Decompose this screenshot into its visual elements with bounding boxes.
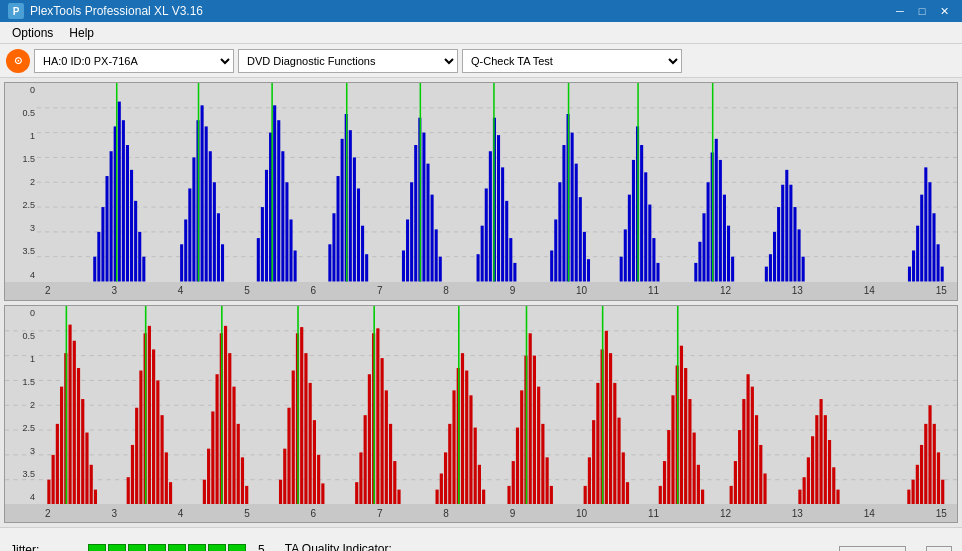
svg-rect-137 bbox=[52, 454, 55, 504]
svg-rect-7 bbox=[93, 257, 96, 282]
svg-rect-163 bbox=[211, 411, 214, 504]
svg-rect-171 bbox=[245, 485, 248, 504]
svg-rect-151 bbox=[135, 407, 138, 504]
svg-rect-215 bbox=[529, 333, 532, 504]
window-controls: ─ □ ✕ bbox=[890, 3, 954, 19]
jitter-seg-4 bbox=[148, 544, 166, 552]
svg-rect-258 bbox=[811, 436, 814, 504]
top-x-labels: 23456789101112131415 bbox=[45, 285, 947, 296]
svg-rect-47 bbox=[341, 139, 344, 282]
jitter-bar bbox=[88, 544, 246, 552]
menu-options[interactable]: Options bbox=[4, 24, 61, 42]
svg-rect-192 bbox=[385, 390, 388, 504]
svg-rect-224 bbox=[592, 420, 595, 504]
svg-rect-149 bbox=[127, 477, 130, 504]
svg-rect-190 bbox=[376, 328, 379, 504]
svg-rect-213 bbox=[520, 390, 523, 504]
svg-rect-188 bbox=[368, 374, 371, 504]
svg-rect-17 bbox=[134, 201, 137, 282]
svg-rect-60 bbox=[422, 133, 425, 282]
svg-rect-248 bbox=[738, 430, 741, 504]
svg-rect-128 bbox=[941, 267, 944, 282]
svg-rect-143 bbox=[77, 368, 80, 504]
drive-select[interactable]: HA:0 ID:0 PX-716A bbox=[34, 49, 234, 73]
svg-rect-220 bbox=[550, 485, 553, 504]
svg-rect-122 bbox=[916, 226, 919, 282]
svg-rect-34 bbox=[261, 207, 264, 281]
svg-rect-74 bbox=[509, 238, 512, 281]
svg-rect-187 bbox=[364, 415, 367, 504]
svg-rect-228 bbox=[609, 353, 612, 504]
svg-rect-120 bbox=[908, 267, 911, 282]
svg-rect-142 bbox=[73, 340, 76, 504]
svg-rect-173 bbox=[279, 479, 282, 504]
bottom-chart-area: 43.532.521.510.50 bbox=[5, 306, 957, 505]
function-select[interactable]: DVD Diagnostic Functions bbox=[238, 49, 458, 73]
minimize-button[interactable]: ─ bbox=[890, 3, 910, 19]
svg-rect-68 bbox=[485, 188, 488, 281]
svg-rect-201 bbox=[452, 390, 455, 504]
svg-rect-11 bbox=[110, 151, 113, 281]
svg-rect-179 bbox=[304, 353, 307, 504]
svg-rect-255 bbox=[798, 489, 801, 504]
svg-rect-170 bbox=[241, 457, 244, 504]
svg-rect-225 bbox=[596, 382, 599, 504]
svg-rect-211 bbox=[512, 461, 515, 504]
bottom-y-axis: 43.532.521.510.50 bbox=[5, 306, 37, 505]
svg-rect-16 bbox=[130, 170, 133, 282]
svg-rect-141 bbox=[68, 324, 71, 504]
top-y-axis: 43.532.521.510.50 bbox=[5, 83, 37, 282]
svg-rect-58 bbox=[414, 145, 417, 281]
toolbar: ⊙ HA:0 ID:0 PX-716A DVD Diagnostic Funct… bbox=[0, 44, 962, 78]
svg-rect-112 bbox=[773, 232, 776, 282]
start-button[interactable]: Start bbox=[839, 546, 906, 552]
svg-rect-223 bbox=[588, 457, 591, 504]
svg-rect-166 bbox=[224, 325, 227, 504]
maximize-button[interactable]: □ bbox=[912, 3, 932, 19]
svg-rect-40 bbox=[285, 182, 288, 281]
svg-rect-178 bbox=[300, 327, 303, 504]
svg-rect-89 bbox=[624, 229, 627, 281]
svg-rect-73 bbox=[505, 201, 508, 282]
menu-bar: Options Help bbox=[0, 22, 962, 44]
svg-rect-31 bbox=[221, 244, 224, 281]
svg-rect-121 bbox=[912, 250, 915, 281]
svg-rect-194 bbox=[393, 461, 396, 504]
svg-rect-244 bbox=[701, 489, 704, 504]
svg-rect-30 bbox=[217, 213, 220, 281]
svg-rect-195 bbox=[397, 489, 400, 504]
svg-rect-53 bbox=[365, 254, 368, 281]
bottom-chart-container: 43.532.521.510.50 bbox=[4, 305, 958, 524]
svg-rect-200 bbox=[448, 423, 451, 504]
svg-rect-240 bbox=[684, 368, 687, 504]
svg-rect-162 bbox=[207, 448, 210, 504]
svg-rect-183 bbox=[321, 483, 324, 504]
svg-rect-144 bbox=[81, 399, 84, 504]
svg-rect-219 bbox=[546, 457, 549, 504]
svg-rect-261 bbox=[824, 415, 827, 504]
svg-rect-13 bbox=[118, 102, 121, 282]
svg-rect-90 bbox=[628, 195, 631, 282]
svg-rect-241 bbox=[688, 399, 691, 504]
svg-rect-52 bbox=[361, 226, 364, 282]
svg-rect-235 bbox=[663, 461, 666, 504]
test-select[interactable]: Q-Check TA Test bbox=[462, 49, 682, 73]
svg-rect-186 bbox=[359, 452, 362, 504]
svg-rect-105 bbox=[719, 160, 722, 282]
svg-rect-72 bbox=[501, 167, 504, 281]
svg-rect-75 bbox=[513, 263, 516, 282]
ta-section: TA Quality Indicator: Very Good bbox=[285, 542, 392, 552]
menu-help[interactable]: Help bbox=[61, 24, 102, 42]
info-button[interactable]: i bbox=[926, 546, 952, 552]
svg-rect-117 bbox=[793, 207, 796, 281]
svg-rect-146 bbox=[90, 464, 93, 504]
svg-rect-110 bbox=[765, 267, 768, 282]
close-button[interactable]: ✕ bbox=[934, 3, 954, 19]
svg-rect-99 bbox=[694, 263, 697, 282]
svg-rect-123 bbox=[920, 195, 923, 282]
top-chart-area: 43.532.521.510.50 bbox=[5, 83, 957, 282]
svg-rect-45 bbox=[332, 213, 335, 281]
svg-rect-42 bbox=[294, 250, 297, 281]
svg-rect-198 bbox=[440, 473, 443, 504]
svg-rect-205 bbox=[469, 395, 472, 504]
